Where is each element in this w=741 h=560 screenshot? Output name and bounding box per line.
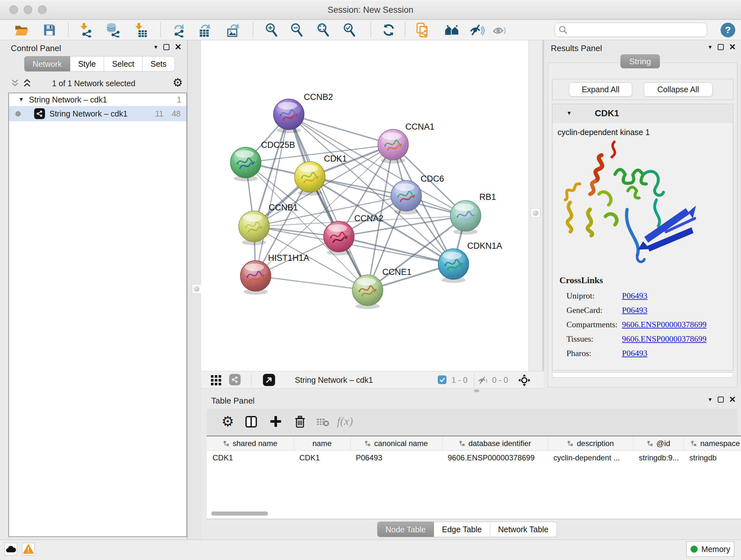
column-header-database-identifier[interactable]: database identifier — [442, 436, 548, 450]
collapse-all-chevron-icon[interactable] — [11, 78, 19, 87]
column-header--id[interactable]: @id — [633, 436, 684, 450]
network-node-HIST1H1A[interactable] — [240, 260, 271, 295]
show-home-button[interactable] — [445, 22, 460, 38]
search-input[interactable] — [555, 23, 707, 37]
horizontal-splitter[interactable] — [201, 388, 741, 393]
network-edge-CCNB2-CCNE1[interactable] — [289, 114, 367, 290]
expand-all-button[interactable]: Expand All — [569, 82, 632, 97]
column-header-description[interactable]: description — [548, 436, 633, 450]
show-columns-icon[interactable] — [245, 415, 258, 428]
tab-edge-table[interactable]: Edge Table — [434, 522, 490, 537]
network-canvas[interactable]: CCNB2CCNA1CDC25BCDK1CDC6RB1CCNB1CCNA2CDK… — [201, 40, 529, 371]
import-network-database-button[interactable] — [106, 22, 121, 38]
open-session-button[interactable] — [14, 22, 29, 38]
column-header-namespace[interactable]: namespace — [684, 436, 741, 450]
network-node-CCNA1[interactable] — [378, 129, 408, 164]
table-cell[interactable]: CDK1 — [293, 450, 350, 464]
fit-selected-crosshair-icon[interactable] — [518, 374, 531, 387]
table-panel-menu-icon[interactable]: ▼ — [708, 397, 713, 402]
network-edge-CCNB2-HIST1H1A[interactable] — [256, 114, 289, 276]
import-table-file-button[interactable] — [133, 22, 148, 38]
table-cell[interactable]: cyclin-dependent ... — [548, 450, 633, 464]
network-options-gear-icon[interactable]: ⚙ — [173, 76, 183, 89]
results-panel-menu-icon[interactable]: ▼ — [708, 44, 713, 50]
gene-collapse-icon[interactable]: ▼ — [566, 110, 572, 117]
collection-expand-icon[interactable]: ▼ — [18, 97, 24, 103]
export-table-button[interactable] — [197, 22, 212, 38]
table-cell[interactable]: P06493 — [350, 450, 442, 464]
update-network-button[interactable] — [381, 22, 396, 38]
results-panel-close-icon[interactable]: ✕ — [729, 44, 736, 50]
column-header-name[interactable]: name — [293, 436, 350, 450]
copy-network-button[interactable] — [415, 22, 430, 38]
right-splitter[interactable] — [529, 40, 544, 371]
network-node-CCNE1[interactable] — [352, 275, 383, 309]
crosslink-link[interactable]: P06493 — [622, 291, 647, 301]
control-panel-float-icon[interactable] — [163, 44, 170, 50]
table-settings-gear-icon[interactable]: ⚙ — [221, 413, 234, 429]
crosslink-link[interactable]: 9606.ENSP00000378699 — [622, 320, 706, 329]
zoom-in-button[interactable] — [264, 22, 279, 38]
tab-select[interactable]: Select — [104, 56, 142, 71]
left-splitter-handle[interactable] — [192, 284, 201, 294]
network-node-RB1[interactable] — [450, 200, 481, 235]
zoom-fit-button[interactable] — [315, 22, 331, 38]
right-splitter-handle[interactable] — [531, 208, 540, 218]
cloud-button[interactable] — [4, 543, 17, 556]
export-image-button[interactable] — [226, 22, 241, 38]
table-cell[interactable]: CDK1 — [207, 450, 293, 464]
network-edge-CCNA2-CDKN1A[interactable] — [339, 237, 454, 264]
export-network-button[interactable] — [172, 22, 187, 38]
table-cell[interactable]: 9606.ENSP00000378699 — [442, 450, 548, 464]
import-network-file-button[interactable] — [78, 22, 93, 38]
add-column-icon[interactable] — [269, 415, 282, 428]
memory-button[interactable]: Memory — [686, 542, 734, 557]
zoom-selected-button[interactable] — [341, 22, 357, 38]
network-collection-row[interactable]: ▼ String Network – cdk1 1 — [9, 93, 186, 106]
table-panel-close-icon[interactable]: ✕ — [729, 396, 736, 402]
network-node-CCNB2[interactable] — [273, 99, 304, 133]
show-all-button[interactable] — [492, 22, 508, 38]
birds-eye-view-icon[interactable] — [263, 374, 275, 386]
collapse-all-button[interactable]: Collapse All — [644, 82, 713, 97]
tab-style[interactable]: Style — [70, 56, 105, 71]
help-button[interactable]: ? — [721, 23, 735, 37]
horizontal-splitter-handle[interactable] — [474, 389, 479, 392]
hide-selected-button[interactable] — [469, 22, 485, 38]
results-panel-float-icon[interactable] — [718, 44, 724, 50]
table-cell[interactable]: stringdb — [684, 450, 741, 464]
network-node-CDKN1A[interactable] — [438, 249, 469, 283]
network-node-CDC6[interactable] — [391, 180, 421, 214]
warning-button[interactable] — [22, 543, 35, 556]
grid-view-icon[interactable] — [211, 375, 221, 386]
crosslink-link[interactable]: 9606.ENSP00000378699 — [622, 334, 706, 344]
delete-table-icon[interactable] — [317, 418, 329, 427]
table-panel-float-icon[interactable] — [718, 396, 724, 402]
network-share-view-icon[interactable] — [229, 374, 241, 385]
network-edge-HIST1H1A-CCNE1[interactable] — [256, 276, 367, 290]
table-cell[interactable]: stringdb:9... — [633, 450, 684, 464]
crosslink-link[interactable]: P06493 — [622, 349, 647, 358]
table-horizontal-scrollbar[interactable] — [211, 511, 268, 516]
network-node-CDC25B[interactable] — [230, 147, 261, 181]
column-header-canonical-name[interactable]: canonical name — [350, 436, 442, 450]
function-builder-icon[interactable]: f(x) — [337, 415, 353, 428]
zoom-out-button[interactable] — [289, 22, 304, 38]
crosslink-link[interactable]: P06493 — [622, 306, 647, 315]
tab-sets[interactable]: Sets — [143, 56, 175, 71]
save-session-button[interactable] — [42, 22, 57, 38]
tab-network-table[interactable]: Network Table — [490, 522, 557, 537]
table-row[interactable]: CDK1CDK1P064939606.ENSP00000378699cyclin… — [207, 450, 741, 464]
tab-network[interactable]: Network — [24, 56, 70, 71]
results-scrollbar[interactable] — [552, 373, 733, 378]
left-splitter[interactable] — [188, 40, 201, 540]
network-graph[interactable]: CCNB2CCNA1CDC25BCDK1CDC6RB1CCNB1CCNA2CDK… — [201, 40, 529, 371]
hidden-eye-icon[interactable] — [478, 376, 489, 385]
control-panel-menu-icon[interactable]: ▼ — [153, 44, 158, 50]
network-row-selected[interactable]: String Network – cdk1 11 48 — [9, 106, 186, 121]
network-node-CCNB1[interactable] — [239, 211, 269, 245]
selected-nodes-checkbox[interactable] — [438, 375, 447, 384]
network-edge-CCNB2-CCNA1[interactable] — [289, 114, 393, 145]
tab-node-table[interactable]: Node Table — [377, 522, 434, 537]
results-tab-string[interactable]: String — [620, 54, 660, 68]
